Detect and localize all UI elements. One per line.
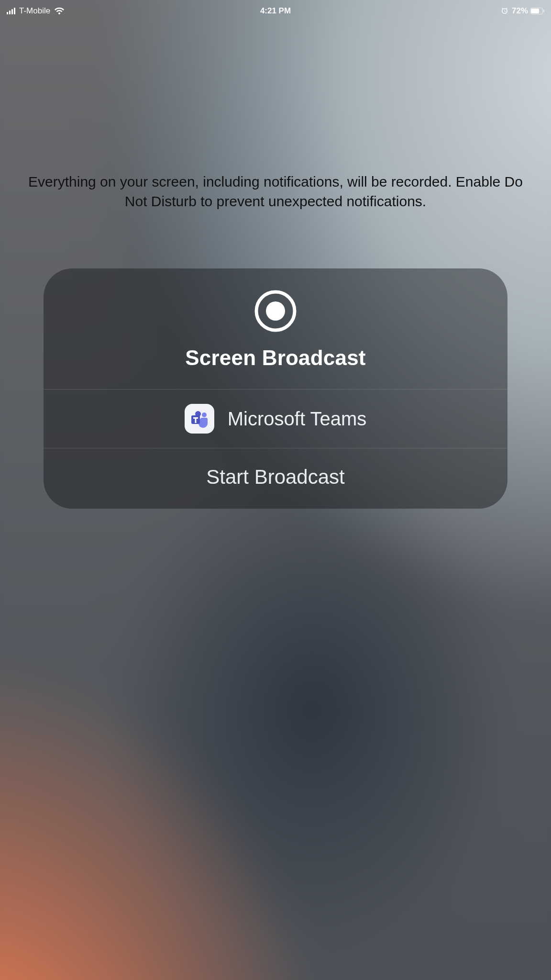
- broadcast-app-row[interactable]: Microsoft Teams: [44, 389, 507, 448]
- battery-icon: [530, 8, 544, 14]
- start-broadcast-button[interactable]: Start Broadcast: [44, 448, 507, 509]
- cellular-signal-icon: [7, 8, 15, 14]
- svg-point-6: [202, 412, 207, 417]
- clock-time: 4:21 PM: [260, 6, 291, 15]
- teams-app-icon: [185, 404, 214, 434]
- battery-percent-label: 72%: [512, 6, 528, 16]
- svg-point-4: [266, 301, 285, 321]
- status-bar: T-Mobile 4:21 PM 72%: [0, 0, 551, 19]
- broadcast-card: Screen Broadcast Microsoft Teams Start B…: [44, 268, 507, 509]
- start-broadcast-label: Start Broadcast: [206, 466, 344, 489]
- recording-warning-text: Everything on your screen, including not…: [22, 172, 529, 211]
- wifi-icon: [54, 7, 65, 15]
- broadcast-app-name: Microsoft Teams: [228, 408, 366, 430]
- record-icon: [254, 290, 297, 333]
- alarm-icon: [500, 7, 509, 15]
- broadcast-card-header: Screen Broadcast: [44, 268, 507, 389]
- carrier-label: T-Mobile: [19, 6, 50, 16]
- svg-rect-2: [543, 10, 544, 12]
- broadcast-title: Screen Broadcast: [55, 346, 496, 370]
- svg-rect-1: [531, 9, 539, 13]
